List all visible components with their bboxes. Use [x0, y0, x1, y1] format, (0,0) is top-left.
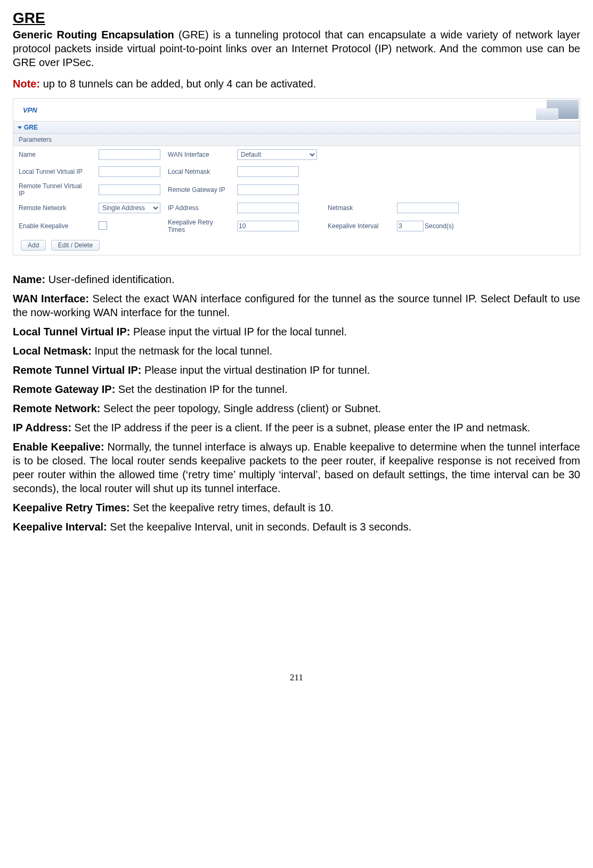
desc-remote-gateway-ip: Remote Gateway IP: Set the destination I… — [13, 382, 580, 396]
ip-address-field[interactable] — [237, 203, 299, 213]
descriptions: Name: User-defined identification. WAN I… — [13, 272, 580, 534]
parameters-header: Parameters — [13, 134, 580, 146]
local-netmask-field[interactable] — [237, 166, 299, 177]
add-button[interactable]: Add — [21, 240, 46, 251]
section-bar[interactable]: GRE — [13, 122, 580, 134]
panel-title-wrap: VPN — [13, 99, 37, 121]
desc-enable-keepalive: Enable Keepalive: Normally, the tunnel i… — [13, 440, 580, 495]
desc-remote-tunnel-ip: Remote Tunnel Virtual IP: Please input t… — [13, 363, 580, 377]
row-name: Name WAN Interface Default — [13, 146, 580, 163]
label-local-tunnel-ip: Local Tunnel Virtual IP — [13, 163, 93, 180]
label-ip-address: IP Address — [163, 199, 232, 216]
desc-name: Name: User-defined identification. — [13, 272, 580, 286]
edit-delete-button[interactable]: Edit / Delete — [51, 240, 100, 251]
remote-gateway-ip-field[interactable] — [237, 184, 299, 195]
panel-header: VPN — [13, 99, 580, 122]
note-line: Note: up to 8 tunnels can be added, but … — [13, 77, 580, 91]
section-label: GRE — [24, 124, 38, 131]
local-tunnel-ip-field[interactable] — [99, 166, 160, 177]
desc-ip-address: IP Address: Set the IP address if the pe… — [13, 421, 580, 435]
netmask-field[interactable] — [397, 203, 459, 213]
keepalive-interval-field[interactable] — [397, 221, 424, 231]
intro-paragraph: Generic Routing Encapsulation (GRE) is a… — [13, 28, 580, 69]
config-panel: VPN GRE Parameters Name WAN Interface De… — [13, 98, 580, 255]
label-keepalive-interval: Keepalive Interval — [322, 216, 392, 236]
row-remote-network: Remote Network Single Address IP Address… — [13, 199, 580, 216]
label-local-netmask: Local Netmask — [163, 163, 232, 180]
seconds-suffix: Second(s) — [425, 222, 454, 230]
page-number: 211 — [13, 672, 580, 683]
button-row: Add Edit / Delete — [13, 236, 580, 255]
label-netmask: Netmask — [322, 199, 392, 216]
label-remote-gateway-ip: Remote Gateway IP — [163, 180, 232, 199]
desc-keepalive-interval: Keepalive Interval: Set the keepalive In… — [13, 520, 580, 534]
intro-bold: Generic Routing Encapsulation — [13, 29, 174, 41]
desc-remote-network: Remote Network: Select the peer topology… — [13, 401, 580, 415]
label-remote-tunnel-ip: Remote Tunnel Virtual IP — [13, 180, 93, 199]
label-keepalive-retry: Keepalive Retry Times — [163, 216, 232, 236]
enable-keepalive-checkbox[interactable] — [99, 221, 107, 230]
parameters-table: Name WAN Interface Default Local Tunnel … — [13, 146, 580, 236]
wan-interface-select[interactable]: Default — [237, 149, 317, 160]
name-field[interactable] — [99, 149, 160, 160]
row-remote-tunnel: Remote Tunnel Virtual IP Remote Gateway … — [13, 180, 580, 199]
row-local-tunnel: Local Tunnel Virtual IP Local Netmask — [13, 163, 580, 180]
label-name: Name — [13, 146, 93, 163]
panel-title: VPN — [20, 106, 37, 114]
label-enable-keepalive: Enable Keepalive — [13, 216, 93, 236]
label-remote-network: Remote Network — [13, 199, 93, 216]
note-text: up to 8 tunnels can be added, but only 4… — [40, 78, 316, 90]
page-heading: GRE — [13, 10, 580, 27]
remote-tunnel-ip-field[interactable] — [99, 184, 160, 195]
panel-art — [516, 99, 580, 121]
desc-local-tunnel-ip: Local Tunnel Virtual IP: Please input th… — [13, 325, 580, 339]
keepalive-retry-field[interactable] — [237, 221, 299, 231]
row-keepalive: Enable Keepalive Keepalive Retry Times K… — [13, 216, 580, 236]
note-label: Note: — [13, 78, 40, 90]
desc-local-netmask: Local Netmask: Input the netmask for the… — [13, 344, 580, 358]
desc-wan-interface: WAN Interface: Select the exact WAN inte… — [13, 292, 580, 319]
remote-network-select[interactable]: Single Address — [99, 203, 160, 213]
desc-keepalive-retry: Keepalive Retry Times: Set the keepalive… — [13, 501, 580, 515]
chevron-down-icon — [18, 126, 22, 129]
label-wan-interface: WAN Interface — [163, 146, 232, 163]
